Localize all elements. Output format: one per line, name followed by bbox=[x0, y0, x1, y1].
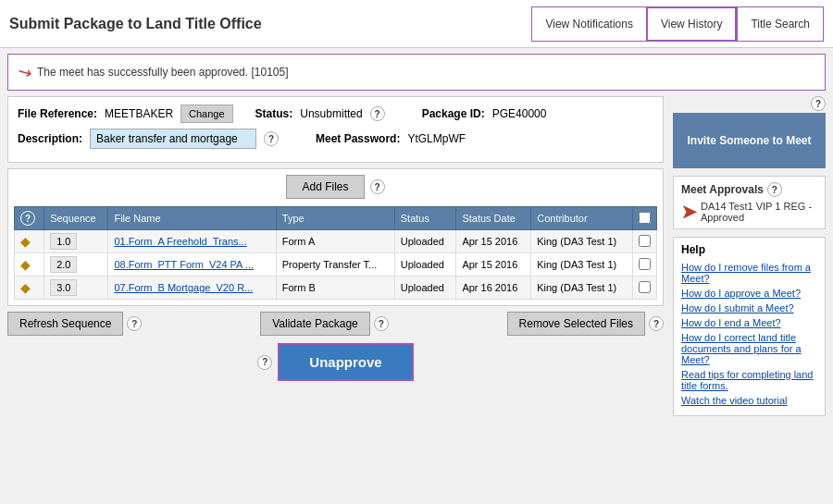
status-label: Status: bbox=[255, 107, 293, 120]
success-banner: ↘ The meet has successfully been approve… bbox=[7, 54, 826, 91]
form-section: File Reference: MEETBAKER Change Status:… bbox=[7, 96, 664, 163]
add-files-button[interactable]: Add Files bbox=[286, 175, 364, 199]
meet-password-value: YtGLMpWF bbox=[407, 132, 466, 145]
row-status: Uploaded bbox=[394, 277, 456, 300]
remove-files-group: Remove Selected Files ? bbox=[507, 312, 664, 336]
col-sequence: Sequence bbox=[44, 207, 108, 230]
row-select-checkbox[interactable] bbox=[639, 258, 651, 270]
content-area: File Reference: MEETBAKER Change Status:… bbox=[7, 96, 664, 416]
row-status: Uploaded bbox=[394, 230, 456, 253]
sidebar-top-help-icon[interactable]: ? bbox=[811, 96, 826, 111]
select-all-checkbox[interactable] bbox=[639, 212, 651, 224]
row-sequence: 2.0 bbox=[44, 253, 108, 277]
col-contributor: Contributor bbox=[531, 207, 633, 230]
header: Submit Package to Land Title Office View… bbox=[0, 0, 833, 48]
description-help-icon[interactable]: ? bbox=[264, 131, 279, 146]
header-button-group: View Notifications View History Title Se… bbox=[531, 6, 824, 42]
refresh-help-icon[interactable]: ? bbox=[127, 316, 142, 331]
row-type: Form A bbox=[276, 230, 394, 253]
table-row: ◆ 2.0 08.Form_PTT Form_V24 PA ... Proper… bbox=[15, 253, 657, 277]
unapprove-help-icon[interactable]: ? bbox=[257, 355, 272, 370]
unapprove-button[interactable]: Unapprove bbox=[278, 343, 413, 381]
description-input[interactable] bbox=[90, 129, 256, 149]
help-link[interactable]: Read tips for completing land title form… bbox=[681, 369, 817, 391]
validate-package-button[interactable]: Validate Package bbox=[260, 312, 370, 336]
status-help-icon[interactable]: ? bbox=[370, 106, 385, 121]
table-header-row: ? Sequence File Name Type Status Status … bbox=[15, 207, 657, 230]
row-status: Uploaded bbox=[394, 253, 456, 277]
row-status-date: Apr 16 2016 bbox=[456, 277, 531, 300]
row-status-date: Apr 15 2016 bbox=[456, 230, 531, 253]
meet-password-label: Meet Password: bbox=[316, 132, 400, 145]
help-link[interactable]: How do I end a Meet? bbox=[681, 317, 817, 328]
status-value: Unsubmitted bbox=[300, 107, 362, 120]
package-id-label: Package ID: bbox=[422, 107, 485, 120]
file-reference-label: File Reference: bbox=[18, 107, 97, 120]
page-title: Submit Package to Land Title Office bbox=[9, 16, 262, 32]
sidebar-help-top: ? bbox=[673, 96, 826, 111]
form-row-1: File Reference: MEETBAKER Change Status:… bbox=[18, 104, 653, 123]
row-type: Form B bbox=[276, 277, 394, 300]
title-search-button[interactable]: Title Search bbox=[737, 6, 824, 42]
file-reference-value: MEETBAKER bbox=[105, 107, 173, 120]
view-notifications-button[interactable]: View Notifications bbox=[531, 6, 646, 42]
row-checkbox[interactable] bbox=[633, 253, 657, 277]
approvals-text: DA14 Test1 VIP 1 REG - Approved bbox=[701, 201, 817, 223]
col-filename: File Name bbox=[108, 207, 276, 230]
add-files-row: Add Files ? bbox=[14, 175, 657, 199]
row-contributor: King (DA3 Test 1) bbox=[531, 277, 633, 300]
row-select-checkbox[interactable] bbox=[639, 235, 651, 247]
view-history-button[interactable]: View History bbox=[646, 6, 737, 42]
help-link[interactable]: How do I approve a Meet? bbox=[681, 288, 817, 299]
col-status: Status bbox=[394, 207, 456, 230]
help-link[interactable]: How do I submit a Meet? bbox=[681, 302, 817, 313]
sidebar: ? Invite Someone to Meet Meet Approvals … bbox=[673, 96, 826, 416]
help-link[interactable]: Watch the video tutorial bbox=[681, 395, 817, 406]
refresh-sequence-button[interactable]: Refresh Sequence bbox=[7, 312, 123, 336]
change-button[interactable]: Change bbox=[180, 104, 233, 123]
row-checkbox[interactable] bbox=[633, 230, 657, 253]
approvals-row: ➤ DA14 Test1 VIP 1 REG - Approved bbox=[681, 201, 817, 223]
col-help: ? bbox=[15, 207, 44, 230]
approvals-help-icon[interactable]: ? bbox=[767, 182, 782, 197]
validate-package-group: Validate Package ? bbox=[260, 312, 389, 336]
row-status-date: Apr 15 2016 bbox=[456, 253, 531, 277]
help-link[interactable]: How do I remove files from a Meet? bbox=[681, 262, 817, 284]
refresh-sequence-group: Refresh Sequence ? bbox=[7, 312, 142, 336]
row-type: Property Transfer T... bbox=[276, 253, 394, 277]
row-select-checkbox[interactable] bbox=[639, 281, 651, 293]
validate-help-icon[interactable]: ? bbox=[374, 316, 389, 331]
bottom-buttons: Refresh Sequence ? Validate Package ? Re… bbox=[7, 312, 664, 336]
row-checkbox[interactable] bbox=[633, 277, 657, 300]
add-files-help-icon[interactable]: ? bbox=[370, 179, 385, 194]
row-filename[interactable]: 07.Form_B Mortgage_V20 R... bbox=[108, 277, 276, 300]
file-table: ? Sequence File Name Type Status Status … bbox=[14, 206, 657, 300]
row-contributor: King (DA3 Test 1) bbox=[531, 253, 633, 277]
col-status-date: Status Date bbox=[456, 207, 531, 230]
invite-someone-button[interactable]: Invite Someone to Meet bbox=[673, 113, 826, 168]
arrow-icon: ↘ bbox=[14, 60, 36, 85]
main-layout: File Reference: MEETBAKER Change Status:… bbox=[0, 96, 833, 416]
approvals-arrow-icon: ➤ bbox=[681, 201, 697, 223]
help-links-container: How do I remove files from a Meet?How do… bbox=[681, 262, 817, 406]
unapprove-section: ? Unapprove bbox=[7, 343, 664, 381]
meet-approvals-title: Meet Approvals ? bbox=[681, 182, 817, 197]
remove-selected-files-button[interactable]: Remove Selected Files bbox=[507, 312, 645, 336]
meet-approvals-section: Meet Approvals ? ➤ DA14 Test1 VIP 1 REG … bbox=[673, 176, 826, 229]
description-label: Description: bbox=[18, 132, 82, 145]
row-icon: ◆ bbox=[15, 230, 44, 253]
row-filename[interactable]: 08.Form_PTT Form_V24 PA ... bbox=[108, 253, 276, 277]
col-checkbox bbox=[633, 207, 657, 230]
table-help-icon[interactable]: ? bbox=[20, 211, 35, 226]
remove-help-icon[interactable]: ? bbox=[649, 316, 664, 331]
success-message: The meet has successfully been approved.… bbox=[37, 66, 289, 79]
help-link[interactable]: How do I correct land title documents an… bbox=[681, 332, 817, 365]
row-icon: ◆ bbox=[15, 253, 44, 277]
col-type: Type bbox=[276, 207, 394, 230]
table-row: ◆ 1.0 01.Form_A Freehold_Trans... Form A… bbox=[15, 230, 657, 253]
table-section: Add Files ? ? Sequence File Name Type St… bbox=[7, 168, 664, 306]
row-contributor: King (DA3 Test 1) bbox=[531, 230, 633, 253]
help-title: Help bbox=[681, 243, 817, 256]
form-row-2: Description: ? Meet Password: YtGLMpWF bbox=[18, 129, 653, 149]
row-filename[interactable]: 01.Form_A Freehold_Trans... bbox=[108, 230, 276, 253]
